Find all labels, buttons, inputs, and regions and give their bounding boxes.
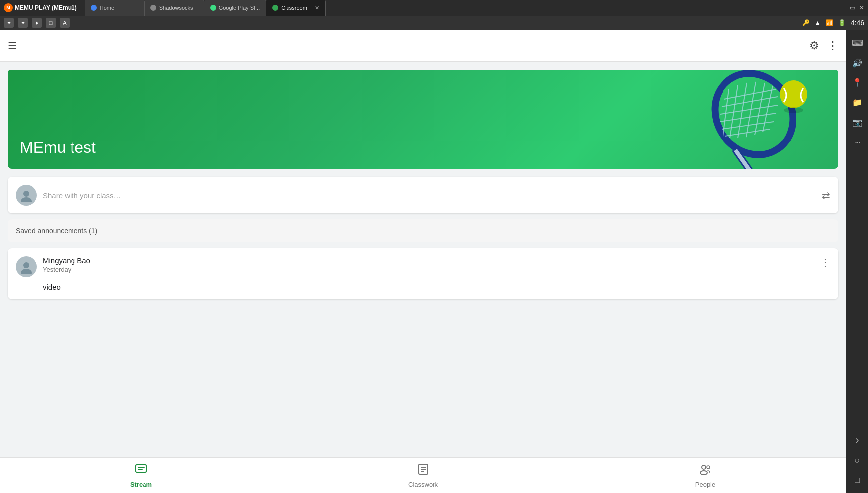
post-header: Mingyang Bao Yesterday ⋮ [16,256,830,277]
tool-icon-5[interactable]: A [60,18,70,28]
tray-right: 🔑 ▲ 📶 🔋 4:46 [802,19,864,27]
app-topbar: ☰ ⚙ ⋮ [0,30,846,62]
people-nav-icon [699,463,712,479]
svg-point-29 [700,471,707,475]
sidebar-back-square-icon[interactable]: □ [848,471,866,489]
googleplay-favicon [210,5,216,11]
tab-classroom-label: Classroom [281,5,307,11]
bottom-nav: Stream Classwork [0,457,846,493]
classroom-favicon [272,5,278,11]
svg-line-1 [724,89,776,99]
svg-point-28 [702,465,706,469]
share-card[interactable]: Share with your class… ⇄ [8,177,838,213]
main-wrapper: ☰ ⚙ ⋮ MEmu test [0,30,868,493]
key-icon: 🔑 [802,19,810,26]
svg-rect-22 [138,467,145,468]
home-favicon [91,5,97,11]
post-author-name: Mingyang Bao [43,256,820,265]
classwork-nav-icon [417,463,430,479]
tab-home[interactable]: Home [85,0,145,16]
classwork-nav-label: Classwork [408,481,438,488]
svg-rect-21 [136,465,146,472]
minimize-button[interactable]: ─ [841,4,846,11]
stream-nav-label: Stream [130,481,152,488]
browser-tabs: Home Shadowsocks Google Play St... Class… [85,0,838,16]
app-area: ☰ ⚙ ⋮ MEmu test [0,30,846,493]
tab-googleplay-label: Google Play St... [219,5,260,11]
tab-shadowsocks[interactable]: Shadowsocks [145,0,204,16]
system-bar: ✦ ✦ ♦ □ A 🔑 ▲ 📶 🔋 4:46 [0,16,868,30]
post-card: Mingyang Bao Yesterday ⋮ video [8,248,838,299]
tool-icon-1[interactable]: ✦ [4,18,14,28]
svg-point-20 [21,269,32,274]
restore-button[interactable]: ▭ [850,4,855,11]
wifi-icon: ▲ [815,19,821,26]
svg-point-17 [23,191,29,197]
class-name: MEmu test [20,139,96,157]
tool-icon-3[interactable]: ♦ [32,18,42,28]
sidebar-volume-icon[interactable]: 🔊 [848,54,866,71]
svg-point-15 [780,80,807,108]
title-bar: M MEMU PLAY (MEmu1) Home Shadowsocks Goo… [0,0,868,16]
sidebar-more-icon[interactable]: ··· [848,133,866,151]
stream-nav-icon [135,463,147,479]
content-area[interactable]: MEmu test [0,62,846,493]
shadowsocks-favicon [150,5,156,11]
nav-item-people[interactable]: People [564,458,846,493]
post-avatar-icon [19,260,33,274]
svg-line-12 [763,86,773,132]
tab-close-icon[interactable]: ✕ [315,5,319,11]
svg-rect-23 [138,469,143,470]
sidebar-screenshot-icon[interactable]: 📷 [848,113,866,131]
hamburger-menu-icon[interactable]: ☰ [8,40,17,52]
svg-point-19 [23,262,29,268]
tab-google-play[interactable]: Google Play St... [204,0,267,16]
user-avatar [16,185,37,206]
svg-point-18 [21,197,32,202]
settings-icon[interactable]: ⚙ [809,39,819,52]
class-banner: MEmu test [8,70,838,169]
svg-point-30 [707,466,710,469]
clock: 4:46 [851,19,864,27]
svg-line-3 [720,105,778,114]
post-author-avatar [16,256,37,277]
more-options-icon[interactable]: ⋮ [827,39,838,52]
sidebar-keyboard-icon[interactable]: ⌨ [848,34,866,52]
tool-icon-4[interactable]: □ [46,18,56,28]
close-button[interactable]: ✕ [859,4,864,11]
system-tray-icons: ✦ ✦ ♦ □ A [4,18,70,28]
svg-point-16 [784,107,803,113]
battery-icon: 🔋 [838,19,846,26]
sidebar-arrow-right-icon[interactable]: › [848,431,866,449]
right-sidebar: ⌨ 🔊 📍 📁 📷 ··· › ○ □ [846,30,868,493]
memu-logo: M MEMU PLAY (MEmu1) [4,3,77,12]
post-content: video [16,283,830,291]
post-meta: Mingyang Bao Yesterday [43,256,820,273]
share-input[interactable]: Share with your class… [43,191,816,200]
sidebar-location-icon[interactable]: 📍 [848,73,866,91]
post-more-icon[interactable]: ⋮ [820,256,830,268]
saved-announcements[interactable]: Saved announcements (1) [8,219,838,242]
sidebar-home-circle-icon[interactable]: ○ [848,451,866,469]
tab-home-label: Home [100,5,114,11]
banner-illustration [689,70,818,169]
window-controls: ─ ▭ ✕ [841,4,864,11]
svg-line-4 [720,113,776,122]
memu-label: MEMU PLAY (MEmu1) [15,4,77,11]
tab-shadowsocks-label: Shadowsocks [159,5,193,11]
topbar-right-actions: ⚙ ⋮ [809,39,838,52]
memu-icon: M [4,3,13,12]
tool-icon-2[interactable]: ✦ [18,18,28,28]
share-repeat-icon[interactable]: ⇄ [822,189,830,201]
avatar-icon [19,188,33,202]
signal-icon: 📶 [826,19,833,26]
nav-item-stream[interactable]: Stream [0,458,282,493]
post-timestamp: Yesterday [43,266,820,273]
tennis-racket-svg [689,70,818,169]
sidebar-folder-icon[interactable]: 📁 [848,93,866,111]
saved-announcements-label: Saved announcements (1) [16,227,97,235]
people-nav-label: People [695,481,715,488]
tab-classroom[interactable]: Classroom ✕ [266,0,326,16]
nav-item-classwork[interactable]: Classwork [282,458,564,493]
